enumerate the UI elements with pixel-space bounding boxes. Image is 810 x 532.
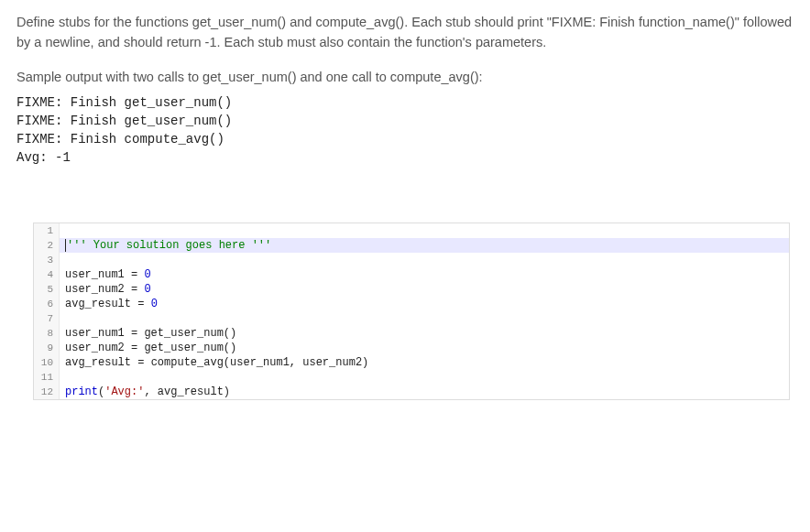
code-line[interactable]: 2''' Your solution goes here ''' xyxy=(34,238,789,253)
code-line[interactable]: 6avg_result = 0 xyxy=(34,297,789,311)
code-content[interactable]: print('Avg:', avg_result) xyxy=(60,385,789,399)
code-content[interactable] xyxy=(60,253,789,267)
code-content[interactable]: avg_result = 0 xyxy=(60,297,789,311)
code-content[interactable]: user_num2 = get_user_num() xyxy=(60,341,789,355)
line-number: 3 xyxy=(34,253,60,267)
code-content[interactable]: user_num1 = get_user_num() xyxy=(60,326,789,341)
code-line[interactable]: 12print('Avg:', avg_result) xyxy=(34,385,789,399)
code-line[interactable]: 7 xyxy=(34,311,789,326)
code-line[interactable]: 4user_num1 = 0 xyxy=(34,267,789,282)
code-content[interactable] xyxy=(60,311,789,326)
line-number: 8 xyxy=(34,326,60,341)
code-line[interactable]: 11 xyxy=(34,370,789,385)
code-content[interactable]: user_num1 = 0 xyxy=(60,267,789,282)
sample-output-block: FIXME: Finish get_user_num() FIXME: Fini… xyxy=(16,93,794,168)
line-number: 10 xyxy=(34,355,60,370)
line-number: 2 xyxy=(34,238,60,253)
problem-instructions: Define stubs for the functions get_user_… xyxy=(16,13,794,53)
line-number: 7 xyxy=(34,311,60,326)
line-number: 5 xyxy=(34,282,60,297)
sample-output-label: Sample output with two calls to get_user… xyxy=(16,70,794,84)
code-content[interactable]: ''' Your solution goes here ''' xyxy=(60,238,789,253)
line-number: 11 xyxy=(34,370,60,385)
code-content[interactable] xyxy=(60,370,789,385)
line-number: 4 xyxy=(34,267,60,282)
text-cursor xyxy=(65,239,66,252)
code-line[interactable]: 3 xyxy=(34,253,789,267)
line-number: 9 xyxy=(34,341,60,355)
code-line[interactable]: 1 xyxy=(34,223,789,238)
code-line[interactable]: 5user_num2 = 0 xyxy=(34,282,789,297)
code-editor[interactable]: 12''' Your solution goes here '''34user_… xyxy=(33,223,790,400)
code-line[interactable]: 8user_num1 = get_user_num() xyxy=(34,326,789,341)
code-content[interactable]: avg_result = compute_avg(user_num1, user… xyxy=(60,355,789,370)
code-line[interactable]: 10avg_result = compute_avg(user_num1, us… xyxy=(34,355,789,370)
line-number: 12 xyxy=(34,385,60,399)
line-number: 6 xyxy=(34,297,60,311)
line-number: 1 xyxy=(34,223,60,238)
code-content[interactable] xyxy=(60,223,789,238)
code-line[interactable]: 9user_num2 = get_user_num() xyxy=(34,341,789,355)
code-content[interactable]: user_num2 = 0 xyxy=(60,282,789,297)
